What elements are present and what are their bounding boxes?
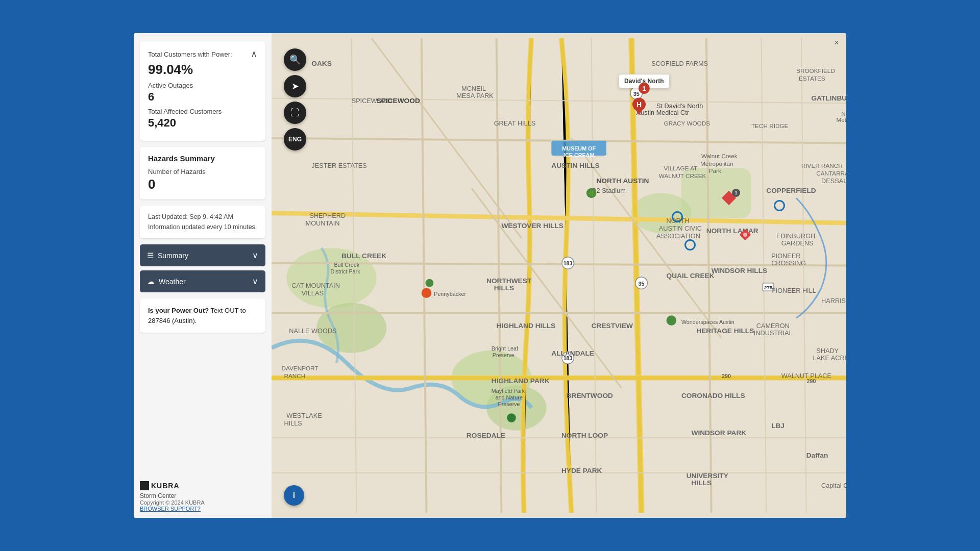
svg-text:HIGHLAND PARK: HIGHLAND PARK [492, 377, 550, 385]
sidebar: Total Customers with Power: ∧ 99.04% Act… [134, 33, 272, 518]
svg-text:GATLINBURG: GATLINBURG [811, 94, 846, 102]
svg-text:CAMERON: CAMERON [756, 322, 790, 330]
svg-text:TECH RIDGE: TECH RIDGE [751, 122, 789, 129]
locate-button[interactable]: ➤ [284, 75, 306, 97]
svg-text:🌿: 🌿 [589, 190, 595, 197]
svg-text:Wonderspaces Austin: Wonderspaces Austin [681, 319, 734, 325]
svg-text:Bright Leaf: Bright Leaf [492, 345, 518, 352]
copyright-text: Copyright © 2024 KUBRA [140, 499, 265, 506]
svg-text:Bull Creek: Bull Creek [334, 262, 359, 268]
svg-text:GREAT HILLS: GREAT HILLS [494, 119, 536, 127]
svg-text:VILLAGE AT: VILLAGE AT [664, 165, 698, 171]
svg-text:SHADY: SHADY [816, 347, 839, 355]
svg-text:CAT MOUNTAIN: CAT MOUNTAIN [291, 282, 340, 289]
svg-text:Walnut Creek: Walnut Creek [701, 153, 738, 159]
storm-center-label: Storm Center [140, 492, 265, 499]
red-numbered-pin[interactable]: 1 [638, 82, 650, 96]
svg-text:Metropolitan: Metropolitan [836, 116, 846, 123]
info-button[interactable]: i [284, 485, 304, 506]
svg-point-123 [422, 288, 432, 298]
fullscreen-button[interactable]: ⛶ [284, 102, 306, 124]
hazards-card: Hazards Summary Number of Hazards 0 [140, 147, 265, 199]
power-label: Total Customers with Power: [148, 51, 232, 58]
map-controls: 🔍 ➤ ⛶ ENG [284, 48, 306, 151]
svg-text:WESTOVER HILLS: WESTOVER HILLS [501, 222, 563, 230]
svg-text:ALLANDALE: ALLANDALE [551, 349, 594, 357]
svg-text:Northeast: Northeast [841, 110, 846, 117]
red-diamond-marker[interactable] [740, 229, 751, 240]
svg-text:INDUSTRIAL: INDUSTRIAL [754, 329, 793, 337]
power-percent: 99.04% [148, 62, 257, 78]
hazards-number-label: Number of Hazards [148, 168, 257, 176]
search-map-button[interactable]: 🔍 [284, 48, 306, 71]
svg-text:District Park: District Park [331, 268, 361, 274]
svg-text:UNIVERSITY: UNIVERSITY [687, 472, 728, 480]
svg-text:HERITAGE HILLS: HERITAGE HILLS [696, 327, 754, 335]
svg-text:SHEPHERD: SHEPHERD [309, 212, 346, 219]
svg-text:ESTATES: ESTATES [799, 75, 825, 82]
svg-point-140 [743, 233, 747, 237]
weather-button[interactable]: ☁ Weather ∨ [140, 270, 265, 292]
svg-text:NORTH LOOP: NORTH LOOP [561, 432, 608, 439]
svg-point-121 [667, 315, 677, 325]
svg-text:and Nature: and Nature [496, 394, 523, 400]
svg-text:Mayfield Park: Mayfield Park [492, 388, 525, 394]
hazards-title: Hazards Summary [148, 154, 257, 163]
browser-support-link[interactable]: BROWSER SUPPORT? [140, 506, 265, 512]
summary-chevron-icon: ∨ [252, 251, 258, 260]
svg-text:DAVENPORT: DAVENPORT [282, 365, 318, 371]
svg-text:CRESTVIEW: CRESTVIEW [592, 322, 633, 330]
svg-text:HIGHLAND HILLS: HIGHLAND HILLS [497, 322, 556, 330]
svg-point-133 [507, 413, 516, 422]
power-out-card: Is your Power Out? Text OUT to 287846 (A… [140, 298, 265, 333]
hospital-marker[interactable]: H [632, 97, 646, 117]
svg-text:ROSEDALE: ROSEDALE [467, 432, 505, 439]
svg-text:35: 35 [639, 281, 645, 287]
svg-text:HYDE PARK: HYDE PARK [561, 467, 602, 474]
svg-text:LAKE ACRES: LAKE ACRES [813, 354, 846, 362]
hazards-number-value: 0 [148, 177, 257, 192]
svg-text:GRACY WOODS: GRACY WOODS [664, 120, 710, 127]
weather-label: Weather [159, 278, 186, 286]
svg-text:HARRIS BRANCH: HARRIS BRANCH [821, 297, 846, 305]
svg-text:CROSSING: CROSSING [771, 259, 806, 267]
svg-point-125 [426, 279, 434, 287]
svg-text:AUSTIN CIVIC: AUSTIN CIVIC [659, 224, 702, 232]
weather-icon: ☁ [147, 277, 155, 286]
language-button[interactable]: ENG [284, 128, 306, 151]
svg-text:VILLAS: VILLAS [302, 289, 324, 297]
collapse-chevron-icon[interactable]: ∧ [251, 48, 257, 60]
red-diamond-badge-marker[interactable]: 1 [724, 193, 736, 205]
svg-text:Daffan: Daffan [806, 452, 828, 459]
svg-text:NORTHWEST: NORTHWEST [486, 277, 532, 285]
svg-text:CANTARRA: CANTARRA [816, 170, 846, 177]
map-area[interactable]: 35 183 183 35 275 290 290 OAKS SPICEWOOD… [272, 33, 846, 518]
svg-marker-136 [635, 110, 643, 115]
svg-text:OAKS: OAKS [311, 60, 332, 67]
blue-circle-marker-2[interactable] [774, 200, 785, 211]
svg-text:DESSAU: DESSAU [821, 177, 846, 185]
map-background: 35 183 183 35 275 290 290 OAKS SPICEWOOD… [272, 33, 846, 518]
summary-icon: ☰ [147, 251, 154, 260]
summary-button[interactable]: ☰ Summary ∨ [140, 244, 265, 266]
blue-circle-marker-1[interactable] [672, 211, 683, 222]
svg-text:Q2 Stadium: Q2 Stadium [592, 187, 626, 194]
svg-text:H: H [636, 101, 642, 109]
svg-text:290: 290 [722, 373, 731, 379]
svg-text:RANCH: RANCH [284, 372, 305, 379]
svg-text:NORTH AUSTIN: NORTH AUSTIN [596, 177, 649, 185]
close-button[interactable]: × [831, 37, 842, 48]
svg-text:BRENTWOOD: BRENTWOOD [567, 392, 613, 399]
power-card: Total Customers with Power: ∧ 99.04% Act… [140, 41, 265, 141]
svg-text:PIONEER HILL: PIONEER HILL [771, 287, 816, 294]
kubra-logo: KUBRA [140, 481, 265, 490]
location-icon: ➤ [291, 81, 299, 92]
svg-text:PIONEER: PIONEER [771, 252, 800, 260]
svg-text:Pennybacker: Pennybacker [434, 291, 466, 297]
svg-text:WINDSOR PARK: WINDSOR PARK [691, 429, 746, 437]
blue-circle-marker-3[interactable] [684, 239, 696, 251]
svg-text:EDINBURGH: EDINBURGH [776, 232, 815, 240]
svg-text:COPPERFIELD: COPPERFIELD [766, 187, 816, 194]
svg-text:Preserve: Preserve [493, 352, 514, 358]
svg-text:MOUNTAIN: MOUNTAIN [306, 219, 340, 227]
